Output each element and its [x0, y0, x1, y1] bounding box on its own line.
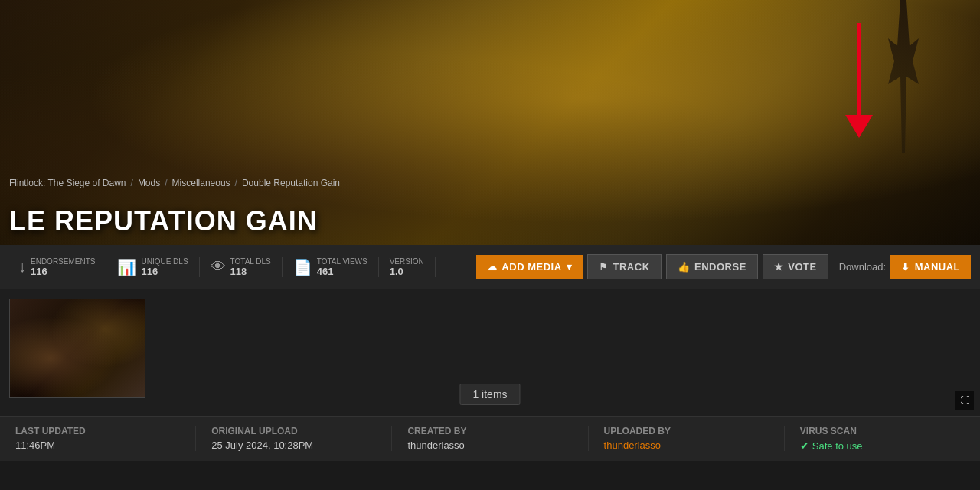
last-updated-value: 11:46PM	[15, 439, 180, 451]
arrow-shaft	[858, 23, 861, 115]
endorsements-info: Endorsements 116	[31, 257, 95, 277]
total-views-stat: 📄 Total views 461	[283, 257, 379, 277]
endorsements-stat: ↓ Endorsements 116	[8, 257, 106, 277]
total-views-label: Total views	[317, 257, 368, 266]
download-label: Download:	[839, 261, 886, 273]
track-button[interactable]: ⚑ TRACK	[587, 254, 662, 279]
endorse-button[interactable]: 👍 ENDORSE	[666, 254, 758, 279]
unique-dls-stat: 📊 Unique DLs 116	[106, 257, 199, 277]
endorse-label: ENDORSE	[694, 261, 746, 273]
breadcrumb-category-link[interactable]: Miscellaneous	[172, 178, 230, 188]
manual-download-button[interactable]: ⬇ MANUAL	[890, 255, 971, 279]
safe-icon: ✔	[800, 439, 809, 452]
breadcrumb-sep-3: /	[235, 178, 237, 188]
unique-dls-value: 116	[141, 266, 188, 277]
safe-text: Safe to use	[812, 440, 863, 452]
vote-icon: ★	[774, 261, 784, 273]
red-arrow-annotation	[845, 23, 873, 138]
stats-bar: ↓ Endorsements 116 📊 Unique DLs 116 👁 To…	[0, 245, 980, 289]
page-title: LE REPUTATION GAIN	[0, 205, 327, 237]
version-label: Version	[390, 257, 424, 266]
uploaded-by-label: Uploaded by	[604, 426, 769, 436]
created-by-col: Created by thunderlasso	[392, 426, 588, 451]
created-by-value: thunderlasso	[407, 439, 572, 451]
virus-scan-value: ✔ Safe to use	[800, 439, 965, 452]
original-upload-col: Original upload 25 July 2024, 10:28PM	[196, 426, 392, 451]
total-dls-icon: 👁	[211, 258, 226, 276]
gallery-section: ⛶ 1 items	[0, 289, 980, 416]
created-by-label: Created by	[407, 426, 572, 436]
version-value: 1.0	[390, 266, 424, 277]
gallery-thumb-inner	[10, 299, 145, 397]
breadcrumb-current: Double Reputation Gain	[242, 178, 340, 188]
total-dls-info: Total DLs 118	[230, 257, 271, 277]
virus-scan-col: Virus scan ✔ Safe to use	[785, 426, 980, 452]
items-count: 1 items	[472, 388, 507, 400]
track-label: TRACK	[613, 261, 650, 273]
endorse-icon: 👍	[678, 261, 691, 273]
breadcrumb-game-link[interactable]: Flintlock: The Siege of Dawn	[9, 178, 126, 188]
endorsements-icon: ↓	[18, 258, 26, 276]
add-media-button[interactable]: ☁ ADD MEDIA ▾	[476, 255, 583, 279]
uploaded-by-value[interactable]: thunderlasso	[604, 439, 769, 451]
unique-dls-label: Unique DLs	[141, 257, 188, 266]
breadcrumb-sep-2: /	[165, 178, 167, 188]
stats-right: ☁ ADD MEDIA ▾ ⚑ TRACK 👍 ENDORSE ★ VOTE D…	[476, 254, 980, 279]
manual-label: MANUAL	[915, 261, 960, 273]
total-views-icon: 📄	[293, 258, 312, 276]
breadcrumb-mods-link[interactable]: Mods	[138, 178, 160, 188]
expand-button[interactable]: ⛶	[956, 391, 974, 410]
total-dls-value: 118	[230, 266, 271, 277]
total-dls-stat: 👁 Total DLs 118	[200, 257, 283, 277]
version-stat: Version 1.0	[379, 257, 436, 277]
unique-dls-icon: 📊	[117, 258, 136, 276]
last-updated-col: Last updated 11:46PM	[0, 426, 196, 451]
virus-scan-label: Virus scan	[800, 426, 965, 436]
items-indicator: 1 items	[459, 384, 520, 405]
manual-download-icon: ⬇	[901, 261, 910, 273]
original-upload-value: 25 July 2024, 10:28PM	[211, 439, 376, 451]
vote-button[interactable]: ★ VOTE	[763, 254, 828, 279]
vote-label: VOTE	[788, 261, 816, 273]
original-upload-label: Original upload	[211, 426, 376, 436]
total-views-info: Total views 461	[317, 257, 368, 277]
arrow-head	[845, 115, 873, 138]
expand-icon: ⛶	[960, 395, 969, 406]
add-media-chevron-icon: ▾	[567, 261, 573, 273]
stats-left: ↓ Endorsements 116 📊 Unique DLs 116 👁 To…	[0, 257, 476, 277]
gallery-thumbnail[interactable]	[9, 299, 145, 398]
endorsements-label: Endorsements	[31, 257, 95, 266]
track-icon: ⚑	[599, 261, 609, 273]
add-media-icon: ☁	[487, 261, 498, 273]
version-info: Version 1.0	[390, 257, 424, 277]
footer-bar: Last updated 11:46PM Original upload 25 …	[0, 416, 980, 461]
uploaded-by-col: Uploaded by thunderlasso	[589, 426, 785, 451]
last-updated-label: Last updated	[15, 426, 180, 436]
add-media-label: ADD MEDIA	[501, 261, 561, 273]
total-views-value: 461	[317, 266, 368, 277]
unique-dls-info: Unique DLs 116	[141, 257, 188, 277]
hero-section: Flintlock: The Siege of Dawn / Mods / Mi…	[0, 0, 980, 245]
endorsements-value: 116	[31, 266, 95, 277]
breadcrumb: Flintlock: The Siege of Dawn / Mods / Mi…	[0, 173, 349, 193]
total-dls-label: Total DLs	[230, 257, 271, 266]
breadcrumb-sep-1: /	[131, 178, 133, 188]
